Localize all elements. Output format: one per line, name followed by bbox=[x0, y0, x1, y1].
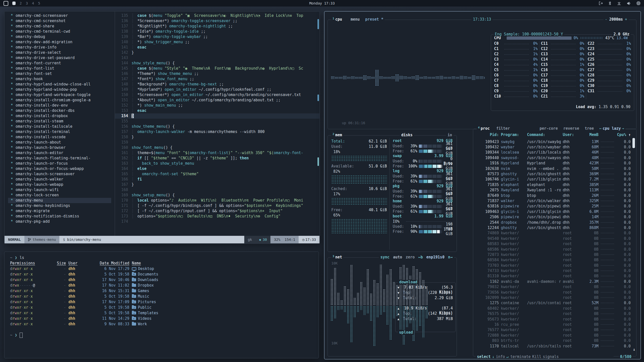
workspace-active-icon[interactable] bbox=[12, 2, 16, 5]
code-line[interactable]: 160show_font_menu() { bbox=[115, 145, 319, 150]
code-line[interactable]: 144show_style_menu() { bbox=[115, 61, 319, 66]
code-line[interactable]: 172 [ -f ~/.config/hypr/input.conf ] && … bbox=[115, 208, 319, 214]
net-auto-button[interactable]: auto bbox=[393, 255, 402, 259]
volume-icon[interactable] bbox=[627, 2, 631, 5]
file-list-item[interactable]: *omarchy-install-docker-dbs bbox=[8, 108, 115, 113]
process-row[interactable]: 68583kworker/root0B0.0 bbox=[476, 241, 631, 246]
sort-right-arrow[interactable]: → bbox=[622, 126, 624, 131]
sort-left-arrow[interactable]: ← bbox=[599, 126, 602, 131]
file-list-item[interactable]: *omarchy-install-dropbox bbox=[8, 113, 115, 119]
file-list-item[interactable]: *omarchy-install-steam bbox=[8, 119, 115, 124]
code-line[interactable]: 163 back_to show_style_menu bbox=[115, 161, 319, 166]
file-list-item[interactable]: *omarchy-launch-floating-terminal- bbox=[8, 156, 115, 161]
share-icon[interactable] bbox=[599, 2, 603, 5]
file-list-item[interactable]: *omarchy-launch-about bbox=[8, 140, 115, 145]
file-list-item[interactable]: *omarchy-font-set bbox=[8, 71, 115, 76]
code-line[interactable]: 174 bbox=[115, 219, 319, 224]
menu-button[interactable]: menu bbox=[351, 17, 360, 22]
file-list-item[interactable]: *omarchy-hook bbox=[8, 76, 115, 82]
tree-button[interactable]: tree bbox=[585, 126, 594, 131]
file-list-item[interactable]: *omarchy-hyprland-window-pop bbox=[8, 87, 115, 92]
file-list-item[interactable]: *omarchy-launch-browser bbox=[8, 145, 115, 150]
code-line[interactable]: 168 bbox=[115, 187, 319, 193]
file-list-item[interactable]: *omarchy-menu bbox=[8, 198, 111, 203]
workspace-3[interactable]: 3 bbox=[26, 1, 28, 5]
file-list-item[interactable]: *omarchy-cmd-terminal-cwd bbox=[8, 29, 115, 34]
reverse-button[interactable]: reverse bbox=[563, 126, 579, 131]
info-action[interactable]: info bbox=[496, 354, 505, 359]
file-list-item[interactable]: *omarchy-launch-editor bbox=[8, 150, 115, 156]
file-list-item[interactable]: *omarchy-launch-webapp bbox=[8, 182, 115, 187]
code-line[interactable]: 136 *Screensaver*) omarchy-toggle-screen… bbox=[115, 18, 319, 24]
code-line[interactable]: 154} bbox=[115, 113, 319, 119]
process-row[interactable]: 106746glycin-i/usr/lib/glycin-loadersdhh… bbox=[476, 177, 631, 182]
select-action[interactable]: select bbox=[477, 354, 491, 359]
code-line[interactable]: 162 if [[ "$theme" == "CNCLD" || -z "$th… bbox=[115, 156, 319, 161]
sort-mode[interactable]: cpu lazy bbox=[603, 126, 621, 131]
wifi-icon[interactable] bbox=[617, 2, 621, 5]
chip-icon[interactable] bbox=[636, 1, 640, 5]
workspace-switcher[interactable]: 2 3 4 5 bbox=[0, 1, 40, 6]
process-row[interactable]: 68584kworker/root0B0.0 bbox=[476, 257, 631, 263]
code-line[interactable]: 147 *Font*) show_font_menu ;; bbox=[115, 76, 319, 82]
process-row[interactable]: 2544dropbox/home/dhh/.dropbox-distdhh357… bbox=[476, 220, 631, 225]
code-line[interactable]: 139 *Bar*) omarchy-toggle-waybar ;; bbox=[115, 34, 319, 39]
code-line[interactable]: 150 *Screensaver*) open_in_editor ~/.con… bbox=[115, 92, 319, 98]
code-line[interactable]: 171 [ -f ~/.config/hypr/bindings.conf ] … bbox=[115, 203, 319, 208]
process-row[interactable]: 74733kworker/root0B0.0 bbox=[476, 268, 631, 273]
prompt-line-empty[interactable]: ~ ❯ bbox=[10, 332, 318, 338]
code-line[interactable]: 157 omarchy-launch-walker -m menus:omarc… bbox=[115, 129, 319, 134]
code-pane[interactable]: 135 case $(menu "Toggle" "▣ Screensaver\… bbox=[115, 12, 319, 236]
process-row[interactable]: 12244ghostty/usr/bin/ghostty --gtk-dhh86… bbox=[476, 225, 631, 230]
file-list-item[interactable]: *omarchy-pkg-add bbox=[8, 219, 115, 224]
process-row[interactable]: 87573ghostty/usr/bin/ghostty --gtk-dhh36… bbox=[476, 171, 631, 176]
file-list-item[interactable]: *omarchy-debug bbox=[8, 34, 115, 39]
process-row[interactable]: 95673kworker/root0B0.0 bbox=[476, 316, 631, 322]
per-core-button[interactable]: per-core bbox=[540, 126, 558, 131]
process-row[interactable]: 803btrfs-trroot0B0.0 bbox=[476, 338, 631, 343]
file-list-item[interactable]: *omarchy-launch-or-focus bbox=[8, 161, 115, 166]
tab-disks[interactable]: disks bbox=[400, 133, 414, 137]
process-row[interactable]: 81310kworker/root0B0.0 bbox=[476, 274, 631, 279]
process-row[interactable]: 102638nvimnvim --embed .dhh58M0.0 bbox=[476, 166, 631, 171]
process-row[interactable]: 109440swayosd-/usr/bin/swayosd-serverdhh… bbox=[476, 155, 631, 160]
file-list-item[interactable]: *omarchy-hyprland-workspace-toggle bbox=[8, 92, 115, 98]
code-line[interactable]: 165 omarchy-font-set "$theme" bbox=[115, 171, 319, 177]
code-line[interactable]: 145 case $(menu "Style" "◉ Theme\nA Font… bbox=[115, 66, 319, 71]
file-list-item[interactable]: *omarchy-cmd-share bbox=[8, 24, 115, 29]
btop-window[interactable]: 1 cpu menu preset * 17:33:13 - 2000ms + … bbox=[324, 11, 641, 359]
code-line[interactable]: 140 *) show_trigger_menu ;; bbox=[115, 39, 319, 45]
process-row[interactable]: 71835elephantelephantdhh385M0.0 bbox=[476, 182, 631, 187]
code-line[interactable]: 146 *Theme*) show_theme_menu ;; bbox=[115, 71, 319, 76]
code-line[interactable]: 156show_theme_menu() { bbox=[115, 124, 319, 129]
file-list-item[interactable]: *omarchy-install-chromium-google-a bbox=[8, 98, 115, 103]
process-row[interactable]: 72073kworker/root0B0.0 bbox=[476, 252, 631, 257]
process-row[interactable]: 109423swaybg/usr/bin/swaybg -i /homdhh13… bbox=[476, 139, 631, 144]
process-row[interactable]: 16rcu_preeroot0B0.0 bbox=[476, 322, 631, 327]
process-row[interactable]: 2075XwaylandXwayland :1 -rootless -dhh11… bbox=[476, 188, 631, 193]
kill-action[interactable]: Kill bbox=[532, 354, 541, 359]
file-list-item[interactable]: *omarchy-install-tailscale bbox=[8, 124, 115, 129]
code-line[interactable]: 148 *Background*) omarchy-theme-bg-next … bbox=[115, 82, 319, 87]
proc-scrollbar[interactable] bbox=[632, 138, 635, 148]
process-row[interactable]: 76577kworker/root0B0.0 bbox=[476, 327, 631, 333]
code-line[interactable]: 170 local options="♪ Audio\n≋ Wifi\nᛒ Bl… bbox=[115, 198, 319, 203]
code-line[interactable]: 161 theme=$(menu "Font" "$(omarchy-font-… bbox=[115, 150, 319, 156]
file-list-item[interactable]: *omarchy-launch-or-focus-webapp bbox=[8, 166, 115, 171]
file-list-item[interactable]: *omarchy-dev-add-migration bbox=[8, 39, 115, 45]
code-line[interactable]: 169show_setup_menu() { bbox=[115, 193, 319, 198]
file-list-item[interactable]: *omarchy-migrate bbox=[8, 208, 115, 214]
file-list-item[interactable]: *omarchy-cmd-screensaver bbox=[8, 13, 115, 18]
file-list-item[interactable]: *omarchy-drive-select bbox=[8, 50, 115, 55]
code-line[interactable]: 138 *Idle*) omarchy-toggle-idle ;; bbox=[115, 29, 319, 34]
file-list-item[interactable]: *omarchy-notification-dismiss bbox=[8, 214, 115, 219]
workspace-4[interactable]: 4 bbox=[32, 1, 34, 5]
code-line[interactable]: 173 options="$options\n▢ Defaults\n◫ DNS… bbox=[115, 214, 319, 219]
terminate-action[interactable]: terminate bbox=[510, 354, 531, 359]
process-row[interactable]: 109344localsea/usr/lib/localsearch-exdhh… bbox=[476, 150, 631, 155]
file-list-item[interactable]: *omarchy-hyprland-window-close-all bbox=[8, 82, 115, 87]
net-zero-button[interactable]: zero bbox=[406, 255, 415, 259]
file-list-item[interactable]: *omarchy-font-current bbox=[8, 61, 115, 66]
file-list-pane[interactable]: *omarchy-cmd-screensaver*omarchy-cmd-scr… bbox=[5, 12, 115, 236]
process-row[interactable]: 73703kworker/root0B0.0 bbox=[476, 263, 631, 268]
